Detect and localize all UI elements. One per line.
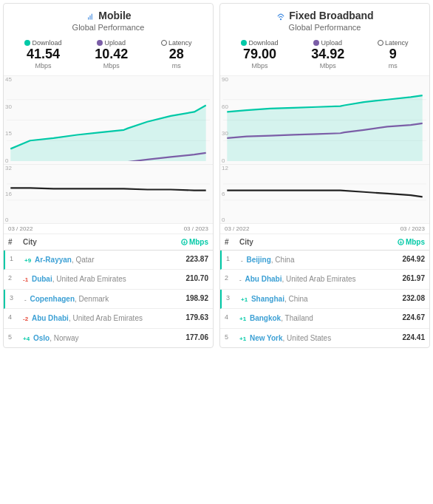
- table-city: +1 Bangkok, Thailand: [239, 313, 384, 323]
- city-link[interactable]: Ar-Rayyan: [35, 256, 72, 264]
- table-city: +4 Oslo, Norway: [23, 333, 168, 343]
- table-mbps: 261.97: [384, 274, 425, 282]
- th-hash: #: [225, 238, 239, 246]
- table-rank: 1: [226, 255, 241, 262]
- rank-change: -: [241, 257, 243, 264]
- table-mbps: 224.67: [384, 313, 425, 321]
- country-text: , China: [284, 295, 308, 303]
- latency-chart-mobile: 32160: [4, 165, 213, 224]
- metrics-row-mobile: Download 41.54 Mbps Upload 10.42 Mbps La…: [7, 36, 210, 72]
- table-mbps: 223.87: [168, 255, 208, 263]
- city-link[interactable]: Oslo: [33, 334, 50, 342]
- metric-value-upload: 34.92: [311, 47, 344, 62]
- city-link[interactable]: Copenhagen: [30, 295, 75, 303]
- metric-upload-broadband: Upload 34.92 Mbps: [311, 39, 344, 69]
- main-container: MobileGlobal Performance Download 41.54 …: [0, 0, 433, 351]
- metric-label-latency: Latency: [161, 39, 192, 47]
- panel-title-broadband: Fixed Broadband: [223, 10, 426, 21]
- table-mbps: 224.41: [384, 333, 425, 341]
- city-link[interactable]: Abu Dhabi: [245, 275, 282, 283]
- metric-label-latency: Latency: [378, 39, 409, 47]
- table-mbps: 198.92: [168, 294, 208, 302]
- panel-header-mobile: MobileGlobal Performance Download 41.54 …: [4, 4, 213, 76]
- city-link[interactable]: New York: [250, 334, 283, 342]
- country-text: , Denmark: [75, 295, 109, 303]
- city-link[interactable]: Bangkok: [250, 314, 281, 322]
- city-link[interactable]: Abu Dhabi: [32, 314, 69, 322]
- panel-mobile: MobileGlobal Performance Download 41.54 …: [3, 3, 214, 348]
- country-text: , United Arab Emirates: [69, 314, 143, 322]
- table-rank: 4: [225, 313, 239, 321]
- metric-label-upload: Upload: [95, 39, 128, 47]
- city-table-mobile: # City Mbps 1 +9 Ar-Rayyan, Qatar 223.87…: [4, 234, 213, 347]
- table-row: 4 -2 Abu Dhabi, United Arab Emirates 179…: [4, 309, 213, 328]
- metric-value-download: 79.00: [241, 47, 278, 62]
- metric-label-download: Download: [241, 39, 278, 47]
- table-row: 5 +4 Oslo, Norway 177.06: [4, 329, 213, 347]
- section-title-broadband: Global Performance: [223, 23, 426, 32]
- rank-change: -1: [23, 276, 28, 283]
- rank-change: +1: [241, 296, 248, 303]
- table-row: 1 - Beijing, China 264.92: [220, 251, 429, 270]
- speed-chart-broadband: 9060300: [220, 76, 429, 165]
- country-text: , Qatar: [72, 256, 95, 264]
- date-end: 03 / 2023: [184, 225, 208, 232]
- svg-rect-2: [92, 14, 92, 20]
- table-city: +9 Ar-Rayyan, Qatar: [24, 255, 168, 265]
- city-link[interactable]: Dubai: [32, 275, 52, 283]
- country-text: , United Arab Emirates: [282, 275, 355, 283]
- table-rank: 1: [10, 255, 24, 262]
- table-city: +1 New York, United States: [239, 333, 384, 343]
- country-text: , Norway: [50, 334, 78, 342]
- speed-chart-mobile: 4530150: [4, 76, 213, 165]
- date-start: 03 / 2022: [225, 225, 249, 232]
- table-row: 5 +1 New York, United States 224.41: [220, 329, 429, 347]
- table-row: 3 - Copenhagen, Denmark 198.92: [4, 290, 213, 309]
- rank-change: +1: [239, 336, 246, 342]
- download-icon: [398, 239, 404, 245]
- table-city: -1 Dubai, United Arab Emirates: [23, 274, 168, 284]
- date-end: 03 / 2023: [400, 225, 425, 232]
- table-header: # City Mbps: [4, 234, 213, 251]
- svg-rect-0: [88, 17, 89, 20]
- table-mbps: 232.08: [384, 294, 425, 302]
- date-start: 03 / 2022: [8, 225, 33, 232]
- svg-point-10: [281, 19, 282, 20]
- metric-upload-mobile: Upload 10.42 Mbps: [95, 39, 128, 69]
- chart-dates-broadband: 03 / 202203 / 2023: [220, 224, 429, 234]
- table-mbps: 210.70: [168, 274, 208, 282]
- metric-label-download: Download: [24, 39, 61, 47]
- country-text: , China: [271, 256, 295, 264]
- table-city: - Copenhagen, Denmark: [24, 294, 168, 304]
- city-link[interactable]: Beijing: [246, 256, 270, 264]
- metric-unit-upload: Mbps: [311, 62, 344, 69]
- th-city: City: [239, 238, 384, 246]
- table-city: - Abu Dhabi, United Arab Emirates: [239, 274, 384, 284]
- table-city: - Beijing, China: [241, 255, 384, 265]
- metric-value-latency: 9: [378, 47, 409, 62]
- table-rank: 4: [8, 313, 23, 321]
- metric-download-mobile: Download 41.54 Mbps: [24, 39, 61, 69]
- table-row: 2 -1 Dubai, United Arab Emirates 210.70: [4, 270, 213, 289]
- table-row: 2 - Abu Dhabi, United Arab Emirates 261.…: [220, 270, 429, 289]
- table-rank: 3: [226, 294, 241, 302]
- section-title-mobile: Global Performance: [7, 23, 210, 32]
- rank-change: -2: [23, 316, 28, 322]
- metric-unit-latency: ms: [161, 62, 192, 69]
- table-header: # City Mbps: [220, 234, 429, 251]
- metrics-row-broadband: Download 79.00 Mbps Upload 34.92 Mbps La…: [223, 36, 426, 72]
- panel-title-mobile: Mobile: [7, 10, 210, 21]
- metric-unit-latency: ms: [378, 62, 409, 69]
- city-link[interactable]: Shanghai: [251, 295, 284, 303]
- chart-dates-mobile: 03 / 202203 / 2023: [4, 224, 213, 234]
- th-mbps: Mbps: [384, 238, 425, 246]
- download-icon: [181, 239, 188, 245]
- country-text: , Thailand: [281, 314, 313, 322]
- metric-unit-download: Mbps: [241, 62, 278, 69]
- table-city: +1 Shanghai, China: [241, 294, 384, 304]
- metric-latency-broadband: Latency 9 ms: [378, 39, 409, 69]
- metric-value-upload: 10.42: [95, 47, 128, 62]
- table-row: 4 +1 Bangkok, Thailand 224.67: [220, 309, 429, 328]
- table-row: 1 +9 Ar-Rayyan, Qatar 223.87: [4, 251, 213, 270]
- svg-marker-14: [227, 95, 422, 161]
